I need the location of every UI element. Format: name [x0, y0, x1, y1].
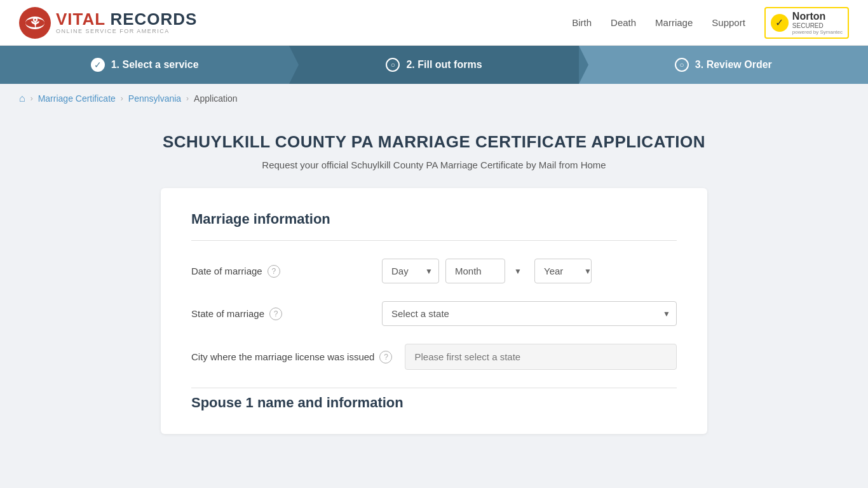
- city-input[interactable]: [405, 344, 677, 370]
- norton-check-icon: ✓: [771, 14, 789, 32]
- city-label: City where the marriage license was issu…: [191, 351, 374, 362]
- norton-badge: ✓ Norton SECURED powered by Symantec: [764, 7, 849, 39]
- main-content: SCHUYLKILL COUNTY PA MARRIAGE CERTIFICAT…: [148, 113, 720, 459]
- state-select[interactable]: Select a state Alabama Pennsylvania: [382, 301, 677, 326]
- date-label-area: Date of marriage ?: [191, 265, 369, 278]
- norton-name: Norton: [792, 11, 843, 22]
- nav-death[interactable]: Death: [611, 17, 636, 28]
- form-card: Marriage information Date of marriage ? …: [161, 188, 707, 434]
- breadcrumb-sep-3: ›: [186, 94, 189, 103]
- page-subtitle: Request your official Schuylkill County …: [161, 159, 707, 170]
- logo-records: RECORDS: [110, 10, 197, 29]
- section2-title: Spouse 1 name and information: [191, 395, 677, 411]
- state-help-icon[interactable]: ?: [269, 308, 282, 320]
- city-help-icon[interactable]: ?: [379, 351, 392, 363]
- progress-step-3: ○ 3. Review Order: [579, 46, 868, 84]
- step3-circle: ○: [675, 58, 689, 72]
- breadcrumb-application: Application: [194, 93, 238, 104]
- breadcrumb-sep-1: ›: [31, 94, 33, 103]
- logo-text: VITAL RECORDS ONLINE SERVICE FOR AMERICA: [56, 10, 197, 34]
- progress-bar: ✓ 1. Select a service ○ 2. Fill out form…: [0, 46, 868, 84]
- date-controls: Day ▼ Month ▼ Year ▼: [382, 259, 677, 283]
- day-select[interactable]: Day: [382, 259, 439, 283]
- step1-circle: ✓: [91, 58, 105, 72]
- step1-label: 1. Select a service: [111, 59, 199, 71]
- nav-marriage[interactable]: Marriage: [655, 17, 693, 28]
- month-select[interactable]: Month: [445, 259, 505, 283]
- section1-divider: [191, 240, 677, 241]
- section2-divider: [191, 388, 677, 388]
- logo: ⚘ VITAL RECORDS ONLINE SERVICE FOR AMERI…: [19, 7, 197, 39]
- city-label-area: City where the marriage license was issu…: [191, 351, 392, 363]
- city-row: City where the marriage license was issu…: [191, 344, 677, 370]
- day-select-wrapper: Day ▼: [382, 259, 439, 283]
- logo-icon: ⚘: [19, 7, 51, 39]
- progress-step-2: ○ 2. Fill out forms: [289, 46, 578, 84]
- year-select-wrapper: Year ▼: [534, 259, 598, 283]
- state-controls: Select a state Alabama Pennsylvania ▼: [382, 301, 677, 326]
- section1-title: Marriage information: [191, 211, 677, 227]
- progress-step-1: ✓ 1. Select a service: [0, 46, 289, 84]
- breadcrumb-marriage-certificate[interactable]: Marriage Certificate: [38, 93, 116, 104]
- norton-secured: SECURED: [792, 22, 843, 29]
- month-chevron-icon: ▼: [514, 267, 522, 276]
- city-controls: [405, 344, 677, 370]
- state-label-area: State of marriage ?: [191, 308, 369, 320]
- breadcrumb-pennsylvania[interactable]: Pennsylvania: [128, 93, 181, 104]
- step2-label: 2. Fill out forms: [406, 59, 482, 71]
- step2-circle: ○: [386, 58, 400, 72]
- breadcrumb-sep-2: ›: [121, 94, 123, 103]
- date-help-icon[interactable]: ?: [268, 265, 280, 278]
- nav-birth[interactable]: Birth: [572, 17, 592, 28]
- state-of-marriage-label: State of marriage: [191, 308, 264, 319]
- site-header: ⚘ VITAL RECORDS ONLINE SERVICE FOR AMERI…: [0, 0, 868, 46]
- norton-powered: powered by Symantec: [792, 29, 843, 35]
- date-of-marriage-label: Date of marriage: [191, 266, 262, 276]
- main-nav: Birth Death Marriage Support ✓ Norton SE…: [572, 7, 849, 39]
- page-title: SCHUYLKILL COUNTY PA MARRIAGE CERTIFICAT…: [161, 132, 707, 152]
- step3-label: 3. Review Order: [695, 59, 772, 71]
- state-of-marriage-row: State of marriage ? Select a state Alaba…: [191, 301, 677, 326]
- date-of-marriage-row: Date of marriage ? Day ▼ Month ▼: [191, 259, 677, 283]
- month-select-wrapper: Month ▼: [445, 259, 528, 283]
- year-select[interactable]: Year: [534, 259, 592, 283]
- logo-vital: VITAL: [56, 10, 105, 29]
- logo-sub: ONLINE SERVICE FOR AMERICA: [56, 29, 197, 35]
- breadcrumb: ⌂ › Marriage Certificate › Pennsylvania …: [0, 84, 868, 113]
- home-icon[interactable]: ⌂: [19, 93, 25, 104]
- state-select-wrapper: Select a state Alabama Pennsylvania ▼: [382, 301, 677, 326]
- nav-support[interactable]: Support: [712, 17, 745, 28]
